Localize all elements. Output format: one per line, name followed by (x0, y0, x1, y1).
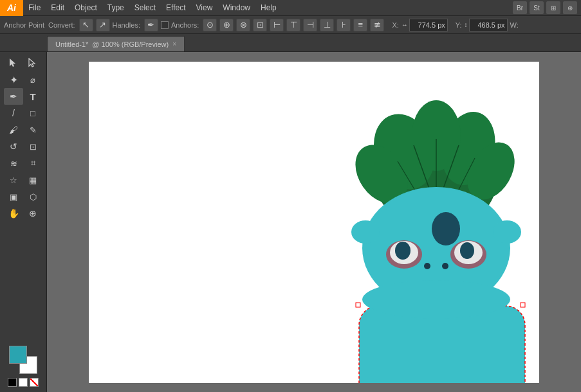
menu-effect[interactable]: Effect (161, 0, 190, 15)
anchors-align4[interactable]: ⊣ (303, 19, 317, 31)
anchors-align3[interactable]: ⊤ (286, 19, 300, 31)
pencil-tool[interactable]: ✎ (23, 121, 42, 138)
svg-point-33 (362, 280, 510, 319)
y-coord-group: Y: ↕ (456, 19, 508, 31)
app-logo: Ai (0, 0, 23, 16)
tab-close-button[interactable]: × (172, 40, 176, 48)
svg-marker-0 (10, 58, 15, 67)
color-stack (9, 346, 37, 374)
lasso-tool[interactable]: ⌀ (23, 71, 42, 88)
menu-object[interactable]: Object (69, 0, 102, 15)
menu-window[interactable]: Window (217, 0, 255, 15)
anchors-align2[interactable]: ⊢ (270, 19, 284, 31)
graph-tool[interactable]: ▦ (23, 172, 42, 188)
tool-row-10: ✋ ⊕ (3, 205, 44, 222)
swap-colors-icon[interactable] (8, 378, 17, 387)
options-bar: Anchor Point Convert: ↖ ↗ Handles: ✒ Anc… (0, 16, 581, 34)
document-canvas (89, 62, 539, 383)
anchor-point-label: Anchor Point (4, 21, 44, 29)
tab-subtitle: @ 100% (RGB/Preview) (92, 40, 169, 48)
w-label: W: (510, 21, 519, 29)
anchors-align1[interactable]: ⊡ (253, 19, 267, 31)
direct-select-tool[interactable] (23, 55, 42, 71)
bridge-icon[interactable]: Br (513, 1, 527, 14)
scale-tool[interactable]: ⊡ (23, 138, 42, 155)
canvas-area[interactable] (47, 52, 581, 392)
tool-row-9: ▣ ⬡ (3, 188, 44, 205)
line-tool[interactable]: / (4, 105, 23, 121)
anchors-tool3[interactable]: ⊗ (236, 19, 250, 31)
tool-row-5: 🖌 ✎ (3, 121, 44, 138)
anchors-dist2[interactable]: ⊦ (337, 19, 351, 31)
artwork-svg (89, 62, 539, 383)
menu-view[interactable]: View (191, 0, 218, 15)
default-colors-icon[interactable] (19, 378, 28, 387)
menu-edit[interactable]: Edit (46, 0, 69, 15)
svg-point-22 (460, 242, 474, 259)
anchors-dist1[interactable]: ⊥ (320, 19, 334, 31)
y-label: Y: (456, 21, 462, 29)
svg-rect-27 (356, 303, 360, 307)
x-input[interactable] (409, 19, 448, 31)
tool-row-3: ✒ T (3, 88, 44, 105)
paintbrush-tool[interactable]: 🖌 (4, 121, 23, 138)
tab-title: Untitled-1* (55, 40, 88, 48)
convert-label: Convert: (48, 21, 75, 29)
convert-selection-tool[interactable]: ↖ (79, 19, 93, 31)
none-color-icon[interactable] (30, 378, 39, 387)
y-input[interactable] (469, 19, 508, 31)
magic-wand-tool[interactable]: ✦ (4, 71, 23, 88)
document-tab[interactable]: Untitled-1* @ 100% (RGB/Preview) × (47, 36, 185, 51)
warp-tool[interactable]: ≋ (4, 155, 23, 172)
svg-point-23 (424, 263, 430, 269)
menu-type[interactable]: Type (102, 0, 129, 15)
tool-row-2: ✦ ⌀ (3, 71, 44, 88)
handles-btn[interactable]: ✒ (144, 19, 158, 31)
rotate-tool[interactable]: ↺ (4, 138, 23, 155)
x-icon: ↔ (401, 21, 408, 28)
convert-anchor-tool[interactable]: ↗ (96, 19, 110, 31)
svg-point-25 (432, 212, 460, 245)
tool-row-8: ☆ ▦ (3, 172, 44, 188)
type-tool[interactable]: T (23, 88, 42, 105)
rect-tool[interactable]: □ (23, 105, 42, 121)
free-transform-tool[interactable]: ⌗ (23, 155, 42, 172)
menu-help[interactable]: Help (255, 0, 282, 15)
anchors-dist3[interactable]: ≡ (353, 19, 367, 31)
artboard-tool[interactable]: ▣ (4, 188, 23, 205)
anchors-label: Anchors: (171, 21, 199, 29)
mini-swatches (3, 378, 44, 387)
foreground-color-swatch[interactable] (9, 346, 27, 364)
menu-bar: Ai File Edit Object Type Select Effect V… (0, 0, 581, 16)
perspective-tool[interactable]: ⬡ (23, 188, 42, 205)
pen-tool[interactable]: ✒ (4, 88, 23, 105)
anchors-tool1[interactable]: ⊙ (203, 19, 217, 31)
anchors-dist4[interactable]: ≢ (370, 19, 384, 31)
color-section (0, 341, 46, 392)
svg-marker-1 (29, 58, 35, 67)
right-panel-icons: Br St ⊞ ⊛ (513, 1, 581, 14)
y-icon: ↕ (465, 21, 468, 28)
svg-point-15 (351, 220, 380, 244)
tab-bar: Untitled-1* @ 100% (RGB/Preview) × (0, 34, 581, 52)
x-coord-group: X: ↔ (392, 19, 447, 31)
zoom-tool[interactable]: ⊕ (23, 205, 42, 222)
tool-row-7: ≋ ⌗ (3, 155, 44, 172)
select-tool[interactable] (4, 55, 23, 71)
x-label: X: (392, 21, 398, 29)
handles-color-swatch[interactable] (161, 21, 169, 29)
handles-label: Handles: (113, 21, 140, 29)
svg-point-21 (395, 242, 410, 260)
hand-tool[interactable]: ✋ (4, 205, 23, 222)
broadcast-icon[interactable]: ⊛ (563, 1, 577, 14)
menu-items: File Edit Object Type Select Effect View… (23, 0, 282, 15)
tool-panel: ✦ ⌀ ✒ T / □ 🖌 ✎ ↺ ⊡ ≋ ⌗ ☆ ▦ ▣ ⬡ (0, 52, 47, 392)
anchors-tool2[interactable]: ⊕ (219, 19, 234, 31)
menu-file[interactable]: File (23, 0, 46, 15)
tool-row-1 (3, 55, 44, 71)
symbol-tool[interactable]: ☆ (4, 172, 23, 188)
svg-point-24 (442, 263, 448, 269)
workspace-icon[interactable]: ⊞ (546, 1, 560, 14)
menu-select[interactable]: Select (129, 0, 161, 15)
stock-icon[interactable]: St (530, 1, 544, 14)
